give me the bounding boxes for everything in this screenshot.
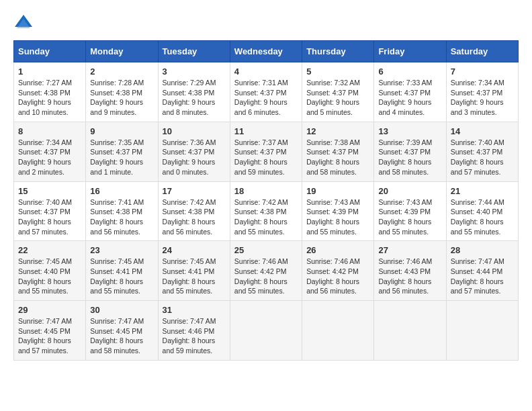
calendar-cell: 20 Sunrise: 7:43 AMSunset: 4:39 PMDaylig… xyxy=(374,181,446,241)
day-number: 6 xyxy=(378,66,441,77)
calendar-header-monday: Monday xyxy=(86,41,158,62)
day-info: Sunrise: 7:34 AMSunset: 4:37 PMDaylight:… xyxy=(451,78,514,118)
calendar-cell: 22 Sunrise: 7:45 AMSunset: 4:40 PMDaylig… xyxy=(14,241,86,301)
calendar-header-tuesday: Tuesday xyxy=(158,41,230,62)
day-info: Sunrise: 7:43 AMSunset: 4:39 PMDaylight:… xyxy=(306,197,369,237)
day-info: Sunrise: 7:33 AMSunset: 4:37 PMDaylight:… xyxy=(378,78,441,118)
day-number: 28 xyxy=(451,245,514,255)
day-number: 3 xyxy=(163,66,226,77)
calendar-cell xyxy=(302,301,374,361)
day-number: 17 xyxy=(163,186,226,196)
day-info: Sunrise: 7:34 AMSunset: 4:37 PMDaylight:… xyxy=(18,138,81,177)
calendar-header-saturday: Saturday xyxy=(446,41,518,62)
day-number: 15 xyxy=(18,186,81,196)
calendar-header-row: SundayMondayTuesdayWednesdayThursdayFrid… xyxy=(14,41,519,62)
day-info: Sunrise: 7:35 AMSunset: 4:37 PMDaylight:… xyxy=(90,138,153,177)
calendar-cell: 13 Sunrise: 7:39 AMSunset: 4:37 PMDaylig… xyxy=(374,122,446,181)
calendar-cell: 23 Sunrise: 7:45 AMSunset: 4:41 PMDaylig… xyxy=(86,241,158,301)
day-info: Sunrise: 7:40 AMSunset: 4:37 PMDaylight:… xyxy=(451,138,514,177)
day-number: 30 xyxy=(90,305,153,315)
calendar-cell: 12 Sunrise: 7:38 AMSunset: 4:37 PMDaylig… xyxy=(302,122,374,181)
day-number: 29 xyxy=(18,305,81,315)
day-info: Sunrise: 7:29 AMSunset: 4:38 PMDaylight:… xyxy=(163,78,226,118)
calendar-cell: 11 Sunrise: 7:37 AMSunset: 4:37 PMDaylig… xyxy=(230,122,302,181)
day-info: Sunrise: 7:47 AMSunset: 4:46 PMDaylight:… xyxy=(163,316,226,356)
day-number: 9 xyxy=(90,126,153,136)
calendar-cell: 14 Sunrise: 7:40 AMSunset: 4:37 PMDaylig… xyxy=(446,122,518,181)
day-number: 20 xyxy=(378,186,441,196)
calendar-cell: 17 Sunrise: 7:42 AMSunset: 4:38 PMDaylig… xyxy=(158,181,230,241)
day-number: 31 xyxy=(163,305,226,315)
calendar-cell: 18 Sunrise: 7:42 AMSunset: 4:38 PMDaylig… xyxy=(230,181,302,241)
day-info: Sunrise: 7:45 AMSunset: 4:40 PMDaylight:… xyxy=(18,257,81,296)
calendar-cell: 29 Sunrise: 7:47 AMSunset: 4:45 PMDaylig… xyxy=(14,301,86,361)
calendar-cell: 9 Sunrise: 7:35 AMSunset: 4:37 PMDayligh… xyxy=(86,122,158,181)
calendar-cell: 8 Sunrise: 7:34 AMSunset: 4:37 PMDayligh… xyxy=(14,122,86,181)
day-number: 11 xyxy=(234,126,298,136)
calendar-cell: 26 Sunrise: 7:46 AMSunset: 4:42 PMDaylig… xyxy=(302,241,374,301)
day-number: 23 xyxy=(90,245,153,255)
calendar-header-sunday: Sunday xyxy=(14,41,86,62)
calendar-cell: 2 Sunrise: 7:28 AMSunset: 4:38 PMDayligh… xyxy=(86,62,158,122)
calendar-cell: 3 Sunrise: 7:29 AMSunset: 4:38 PMDayligh… xyxy=(158,62,230,122)
calendar-cell: 19 Sunrise: 7:43 AMSunset: 4:39 PMDaylig… xyxy=(302,181,374,241)
day-number: 14 xyxy=(451,126,514,136)
calendar-cell: 27 Sunrise: 7:46 AMSunset: 4:43 PMDaylig… xyxy=(374,241,446,301)
day-number: 24 xyxy=(163,245,226,255)
calendar-header-wednesday: Wednesday xyxy=(230,41,302,62)
day-info: Sunrise: 7:47 AMSunset: 4:45 PMDaylight:… xyxy=(18,316,81,356)
day-info: Sunrise: 7:32 AMSunset: 4:37 PMDaylight:… xyxy=(306,78,369,118)
day-number: 13 xyxy=(378,126,441,136)
day-info: Sunrise: 7:38 AMSunset: 4:37 PMDaylight:… xyxy=(306,138,369,177)
day-number: 16 xyxy=(90,186,153,196)
calendar-cell: 31 Sunrise: 7:47 AMSunset: 4:46 PMDaylig… xyxy=(158,301,230,361)
calendar-cell: 6 Sunrise: 7:33 AMSunset: 4:37 PMDayligh… xyxy=(374,62,446,122)
day-info: Sunrise: 7:37 AMSunset: 4:37 PMDaylight:… xyxy=(234,138,298,177)
day-info: Sunrise: 7:36 AMSunset: 4:37 PMDaylight:… xyxy=(163,138,226,177)
day-number: 4 xyxy=(234,66,298,77)
day-number: 8 xyxy=(18,126,81,136)
calendar-cell: 16 Sunrise: 7:41 AMSunset: 4:38 PMDaylig… xyxy=(86,181,158,241)
calendar-cell: 25 Sunrise: 7:46 AMSunset: 4:42 PMDaylig… xyxy=(230,241,302,301)
day-number: 12 xyxy=(306,126,369,136)
day-info: Sunrise: 7:28 AMSunset: 4:38 PMDaylight:… xyxy=(90,78,153,118)
day-info: Sunrise: 7:42 AMSunset: 4:38 PMDaylight:… xyxy=(234,197,298,237)
day-number: 10 xyxy=(163,126,226,136)
day-info: Sunrise: 7:45 AMSunset: 4:41 PMDaylight:… xyxy=(90,257,153,296)
day-number: 18 xyxy=(234,186,298,196)
day-info: Sunrise: 7:46 AMSunset: 4:42 PMDaylight:… xyxy=(306,257,369,296)
calendar-header-thursday: Thursday xyxy=(302,41,374,62)
calendar-cell: 1 Sunrise: 7:27 AMSunset: 4:38 PMDayligh… xyxy=(14,62,86,122)
calendar-cell: 30 Sunrise: 7:47 AMSunset: 4:45 PMDaylig… xyxy=(86,301,158,361)
day-info: Sunrise: 7:47 AMSunset: 4:44 PMDaylight:… xyxy=(451,257,514,296)
calendar-cell: 10 Sunrise: 7:36 AMSunset: 4:37 PMDaylig… xyxy=(158,122,230,181)
calendar-header-friday: Friday xyxy=(374,41,446,62)
day-number: 25 xyxy=(234,245,298,255)
day-info: Sunrise: 7:46 AMSunset: 4:43 PMDaylight:… xyxy=(378,257,441,296)
day-info: Sunrise: 7:44 AMSunset: 4:40 PMDaylight:… xyxy=(451,197,514,237)
calendar-cell: 15 Sunrise: 7:40 AMSunset: 4:37 PMDaylig… xyxy=(14,181,86,241)
page-header xyxy=(13,13,519,34)
calendar-cell: 4 Sunrise: 7:31 AMSunset: 4:37 PMDayligh… xyxy=(230,62,302,122)
calendar-cell: 21 Sunrise: 7:44 AMSunset: 4:40 PMDaylig… xyxy=(446,181,518,241)
calendar-cell: 24 Sunrise: 7:45 AMSunset: 4:41 PMDaylig… xyxy=(158,241,230,301)
day-number: 7 xyxy=(451,66,514,77)
day-number: 27 xyxy=(378,245,441,255)
calendar-cell xyxy=(446,301,518,361)
day-info: Sunrise: 7:43 AMSunset: 4:39 PMDaylight:… xyxy=(378,197,441,237)
day-info: Sunrise: 7:40 AMSunset: 4:37 PMDaylight:… xyxy=(18,197,81,237)
calendar: SundayMondayTuesdayWednesdayThursdayFrid… xyxy=(13,40,519,361)
day-info: Sunrise: 7:47 AMSunset: 4:45 PMDaylight:… xyxy=(90,316,153,356)
calendar-cell: 28 Sunrise: 7:47 AMSunset: 4:44 PMDaylig… xyxy=(446,241,518,301)
calendar-cell xyxy=(230,301,302,361)
calendar-cell: 7 Sunrise: 7:34 AMSunset: 4:37 PMDayligh… xyxy=(446,62,518,122)
calendar-cell xyxy=(374,301,446,361)
day-number: 26 xyxy=(306,245,369,255)
calendar-cell: 5 Sunrise: 7:32 AMSunset: 4:37 PMDayligh… xyxy=(302,62,374,122)
day-number: 2 xyxy=(90,66,153,77)
day-number: 1 xyxy=(18,66,81,77)
day-info: Sunrise: 7:39 AMSunset: 4:37 PMDaylight:… xyxy=(378,138,441,177)
day-info: Sunrise: 7:46 AMSunset: 4:42 PMDaylight:… xyxy=(234,257,298,296)
day-number: 19 xyxy=(306,186,369,196)
day-info: Sunrise: 7:41 AMSunset: 4:38 PMDaylight:… xyxy=(90,197,153,237)
